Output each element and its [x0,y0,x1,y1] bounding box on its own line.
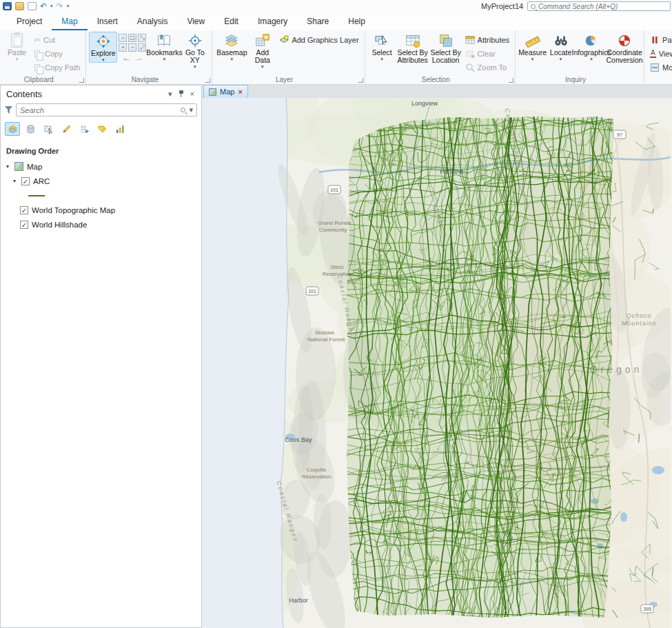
select-by-attributes-button[interactable]: Select By Attributes [396,32,429,64]
zoom-in-icon[interactable]: + [119,43,127,52]
customize-toolbar-icon[interactable]: ▾ [67,3,70,9]
go-to-xy-button[interactable]: Go To XY ▾ [181,32,209,69]
tab-project[interactable]: Project [7,13,52,30]
tab-help[interactable]: Help [338,13,375,30]
contents-search-input[interactable] [20,106,177,114]
pane-menu-icon[interactable]: ▾ [165,90,175,99]
select-by-attributes-icon [405,33,420,48]
pause-labeling-button[interactable]: Pause [647,33,672,46]
contents-search-box[interactable]: ▾ [16,103,197,117]
new-project-icon[interactable] [28,2,37,10]
ribbon-group-labeling: Pause A View Unplaced More ▾ [644,30,672,84]
map-view-tab[interactable]: Map × [203,85,248,98]
zoom-out-icon[interactable]: − [128,43,136,52]
tab-analysis[interactable]: Analysis [128,13,178,30]
svg-text:Coos Bay: Coos Bay [285,436,312,443]
arc-checkbox[interactable] [21,177,30,185]
list-by-charts-icon[interactable] [112,122,128,136]
copy-path-button[interactable]: Copy Path [31,61,83,74]
locate-button[interactable]: Locate ▾ [547,32,575,61]
search-options-icon[interactable]: ▾ [189,105,193,114]
select-by-location-button[interactable]: Select By Location [429,32,462,64]
measure-button[interactable]: Measure ▾ [518,32,547,61]
list-by-drawing-order-icon[interactable] [5,122,20,136]
save-icon[interactable] [3,2,12,10]
navigate-mini-tools: ○ ▢ ⤡ + − ⤢ ← → [117,32,147,62]
undo-icon[interactable]: ↶ [40,2,47,10]
basemap-icon [224,33,239,48]
select-button[interactable]: Select ▾ [368,32,396,61]
zoom-to-selection-button[interactable]: Zoom To [462,61,512,74]
tab-imagery[interactable]: Imagery [248,13,297,30]
coordinate-conversion-button[interactable]: Coordinate Conversion [608,32,641,64]
fixed-zoom-in-icon[interactable]: ▢ [128,34,136,42]
add-data-button[interactable]: Add Data ▾ [248,32,276,69]
line-symbol-swatch[interactable] [28,195,45,196]
tab-map[interactable]: Map [52,13,87,30]
command-search-input[interactable] [538,3,667,10]
previous-extent-icon[interactable]: ← [122,54,130,62]
workspace: Contents ▾ × ▾ [0,85,672,628]
tab-share[interactable]: Share [297,13,338,30]
infographics-button[interactable]: Infographics ▾ [575,32,608,61]
tab-edit[interactable]: Edit [214,13,248,30]
ribbon: Paste ▾ ✂ Cut Copy Copy Path Clipboard [0,30,672,85]
tree-item-world-topographic-map[interactable]: World Topographic Map [1,203,201,217]
basemap-button[interactable]: Basemap ▾ [215,32,248,61]
next-extent-icon[interactable]: → [134,54,143,62]
list-by-source-icon[interactable] [23,122,38,136]
infographics-icon [584,33,599,48]
full-extent-icon[interactable]: ○ [119,34,127,42]
fixed-zoom-out-icon[interactable]: ⤢ [138,43,146,52]
list-by-selection-icon[interactable] [41,122,56,136]
measure-icon [525,33,540,48]
explore-button[interactable]: Explore ▾ [89,32,117,63]
go-to-xy-icon [187,33,203,48]
ribbon-group-inquiry: Measure ▾ Locate ▾ Infographics ▾ Coordi… [516,30,644,84]
undo-dropdown-icon[interactable]: ▾ [50,3,53,9]
navigate-dialog-launcher-icon[interactable] [205,78,210,83]
copy-button[interactable]: Copy [31,47,83,60]
tree-item-arc[interactable]: ▾ ARC [1,174,201,188]
layer-dialog-launcher-icon[interactable] [358,78,363,83]
selection-dialog-launcher-icon[interactable] [509,78,513,83]
view-unplaced-button[interactable]: A View Unplaced [647,47,672,60]
zoom-to-selection-icon [465,63,475,72]
list-by-editing-icon[interactable] [59,122,74,136]
pin-icon[interactable] [178,90,185,98]
pan-icon[interactable]: ⤡ [138,34,146,42]
expander-icon[interactable]: ▾ [11,178,18,184]
world-topographic-checkbox[interactable] [20,206,28,214]
view-tab-bar: Map × [202,85,672,98]
tree-item-world-hillshade[interactable]: World Hillshade [1,217,201,232]
add-graphics-layer-button[interactable]: Add Graphics Layer [276,33,361,46]
list-by-labeling-icon[interactable] [94,122,110,136]
copy-icon [34,50,40,57]
bookmarks-icon [156,33,172,48]
list-by-snapping-icon[interactable] [77,122,92,136]
map-icon [209,88,216,96]
tab-insert[interactable]: Insert [88,13,128,30]
command-search[interactable] [527,1,671,11]
clear-selection-button[interactable]: Clear [462,47,512,60]
cut-button[interactable]: ✂ Cut [31,33,83,46]
close-view-icon[interactable]: × [238,88,242,96]
bookmarks-button[interactable]: Bookmarks ▾ [147,32,181,61]
contents-toolbar [1,118,201,139]
clipboard-dialog-launcher-icon[interactable] [79,78,84,83]
paste-button[interactable]: Paste ▾ [3,32,31,61]
close-pane-icon[interactable]: × [187,90,197,98]
pause-icon [650,35,660,45]
filter-icon[interactable] [5,106,12,114]
attributes-button[interactable]: Attributes [462,33,512,46]
map-area: Map × PortlandGrand RondeCommunityNation… [202,85,672,628]
world-hillshade-checkbox[interactable] [20,221,28,229]
map-canvas[interactable]: PortlandGrand RondeCommunityNational For… [202,98,672,628]
tree-item-arc-symbol[interactable] [1,188,201,203]
redo-icon[interactable]: ↷ [57,2,63,10]
more-labeling-button[interactable]: More ▾ [647,61,672,74]
tab-view[interactable]: View [177,13,214,30]
open-project-icon[interactable] [15,2,24,10]
tree-item-map[interactable]: ▾ Map [1,159,201,174]
expander-icon[interactable]: ▾ [4,163,11,170]
